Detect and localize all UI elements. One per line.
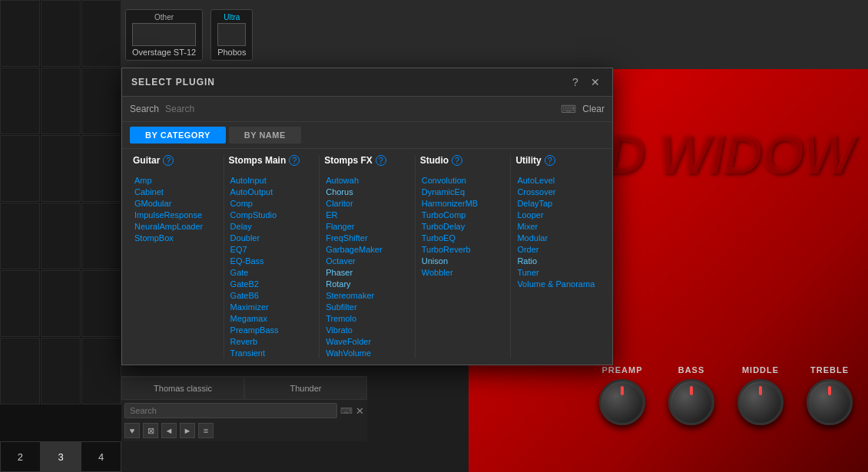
keyboard-icon[interactable]: ⌨ — [561, 103, 576, 115]
guitar-item-neural[interactable]: NeuralAmpLoader — [133, 221, 219, 232]
stomps-main-doubler[interactable]: Doubler — [229, 233, 315, 243]
stomps-main-eqbass[interactable]: EQ-Bass — [229, 256, 315, 266]
sidebar-cell — [81, 68, 121, 134]
stomp-keyboard-icon[interactable]: ⌨ — [340, 406, 353, 416]
stomps-fx-wahvolume[interactable]: WahVolume — [324, 348, 410, 358]
utility-delaytap[interactable]: DelayTap — [515, 198, 601, 209]
studio-harmonizermb[interactable]: HarmonizerMB — [420, 198, 506, 209]
cat-title-stomps-main: Stomps Main — [229, 155, 287, 166]
stomps-main-comp[interactable]: Comp — [229, 198, 315, 209]
stomps-main-eq7[interactable]: EQ7 — [229, 244, 315, 255]
knob-bass[interactable] — [668, 379, 714, 425]
knob-bass-label: BASS — [678, 365, 705, 375]
stomps-main-compstudio[interactable]: CompStudio — [229, 210, 315, 220]
cat-help-studio[interactable]: ? — [452, 155, 462, 166]
guitar-item-impulse[interactable]: ImpulseResponse — [133, 210, 219, 220]
utility-autolevel[interactable]: AutoLevel — [515, 175, 601, 186]
cat-help-stomps-fx[interactable]: ? — [376, 155, 386, 166]
sidebar-cell — [41, 68, 81, 134]
stomp-heart-btn[interactable]: ♥ — [124, 423, 140, 438]
utility-modular[interactable]: Modular — [515, 233, 601, 243]
sidebar-cell — [0, 270, 40, 337]
studio-convolution[interactable]: Convolution — [420, 175, 506, 186]
knob-treble-label: TREBLE — [810, 365, 849, 375]
cat-title-stomps-fx: Stomps FX — [324, 155, 373, 166]
stomp-delete-btn[interactable]: ⊠ — [143, 423, 158, 438]
dialog-help-button[interactable]: ? — [568, 74, 583, 90]
studio-turbodelay[interactable]: TurboDelay — [420, 221, 506, 232]
stomp-search-input[interactable] — [124, 403, 337, 418]
stomps-fx-vibrato[interactable]: Vibrato — [324, 325, 410, 335]
page-num-3[interactable]: 3 — [41, 441, 81, 472]
page-num-2[interactable]: 2 — [0, 441, 41, 472]
studio-turboreverb[interactable]: TurboReverb — [420, 244, 506, 255]
utility-crossover[interactable]: Crossover — [515, 186, 601, 197]
stomp-tab-thunder[interactable]: Thunder — [244, 377, 367, 400]
categories-container: Guitar ? Amp Cabinet GModular ImpulseRes… — [122, 149, 612, 365]
guitar-item-amp[interactable]: Amp — [133, 175, 219, 186]
studio-turboeq[interactable]: TurboEQ — [420, 233, 506, 243]
sidebar-cell — [41, 270, 81, 337]
utility-order[interactable]: Order — [515, 244, 601, 255]
stomps-fx-wavefolder[interactable]: WaveFolder — [324, 336, 410, 347]
stomp-close-icon[interactable]: ✕ — [356, 405, 364, 417]
stomps-main-gate[interactable]: Gate — [229, 267, 315, 278]
stomps-fx-freqshifter[interactable]: FreqShifter — [324, 233, 410, 243]
cat-help-guitar[interactable]: ? — [163, 155, 174, 166]
amp-card-phobos[interactable]: Ultra Phobos — [210, 9, 253, 61]
clear-button[interactable]: Clear — [582, 104, 605, 114]
stomps-main-reverb[interactable]: Reverb — [229, 336, 315, 347]
knob-middle[interactable] — [737, 379, 784, 425]
stomps-main-transient[interactable]: Transient — [229, 348, 315, 358]
stomps-fx-er[interactable]: ER — [324, 210, 410, 220]
sidebar-cell — [0, 68, 40, 134]
stomps-main-delay[interactable]: Delay — [229, 221, 315, 232]
stomps-fx-tremolo[interactable]: Tremolo — [324, 313, 410, 324]
stomps-fx-garbagemaker[interactable]: GarbageMaker — [324, 244, 410, 255]
search-input[interactable] — [165, 104, 555, 114]
tab-by-name[interactable]: BY NAME — [229, 127, 301, 144]
knob-treble[interactable] — [807, 379, 853, 425]
dialog-close-button[interactable]: ✕ — [588, 74, 603, 90]
stomps-main-gateb6[interactable]: GateB6 — [229, 290, 315, 301]
tab-by-category[interactable]: BY CATEGORY — [130, 127, 226, 144]
guitar-item-stompbox[interactable]: StompBox — [133, 233, 219, 243]
guitar-item-gmodular[interactable]: GModular — [133, 198, 219, 209]
stomps-fx-phaser[interactable]: Phaser — [324, 267, 410, 278]
utility-mixer[interactable]: Mixer — [515, 221, 601, 232]
utility-tuner[interactable]: Tuner — [515, 267, 601, 278]
studio-dynamiceq[interactable]: DynamicEq — [420, 186, 506, 197]
stomps-fx-stereomaker[interactable]: Stereomaker — [324, 290, 410, 301]
stomps-main-autooutput[interactable]: AutoOutput — [229, 186, 315, 197]
utility-ratio[interactable]: Ratio — [515, 256, 601, 266]
stomps-fx-subfilter[interactable]: Subfilter — [324, 302, 410, 312]
stomps-fx-flanger[interactable]: Flanger — [324, 221, 410, 232]
stomps-main-items: AutoInput AutoOutput Comp CompStudio Del… — [229, 175, 315, 358]
stomps-fx-rotary[interactable]: Rotary — [324, 279, 410, 289]
studio-turbocomp[interactable]: TurboComp — [420, 210, 506, 220]
stomps-main-autoinput[interactable]: AutoInput — [229, 175, 315, 186]
stomp-menu-btn[interactable]: ≡ — [198, 423, 214, 438]
stomps-main-maximizer[interactable]: Maximizer — [229, 302, 315, 312]
knob-preamp[interactable] — [599, 379, 645, 425]
stomps-main-megamax[interactable]: Megamax — [229, 313, 315, 324]
amp-card-overstage[interactable]: Other Overstage ST-12 — [125, 9, 203, 61]
stomps-fx-claritor[interactable]: Claritor — [324, 198, 410, 209]
sidebar-cell — [41, 0, 81, 67]
stomps-main-gateb2[interactable]: GateB2 — [229, 279, 315, 289]
stomp-next-btn[interactable]: ► — [180, 423, 195, 438]
studio-wobbler[interactable]: Wobbler — [420, 267, 506, 278]
cat-help-utility[interactable]: ? — [545, 155, 555, 166]
page-num-4[interactable]: 4 — [81, 441, 121, 472]
cat-help-stomps-main[interactable]: ? — [289, 155, 300, 166]
utility-looper[interactable]: Looper — [515, 210, 601, 220]
stomp-prev-btn[interactable]: ◄ — [161, 423, 177, 438]
stomps-fx-chorus[interactable]: Chorus — [324, 186, 410, 197]
studio-unison[interactable]: Unison — [420, 256, 506, 266]
stomp-tab-thomas[interactable]: Thomas classic — [121, 377, 244, 400]
stomps-fx-octaver[interactable]: Octaver — [324, 256, 410, 266]
stomps-main-preampbass[interactable]: PreampBass — [229, 325, 315, 335]
guitar-item-cabinet[interactable]: Cabinet — [133, 186, 219, 197]
stomps-fx-autowah[interactable]: Autowah — [324, 175, 410, 186]
utility-volume-panorama[interactable]: Volume & Panorama — [515, 279, 601, 289]
